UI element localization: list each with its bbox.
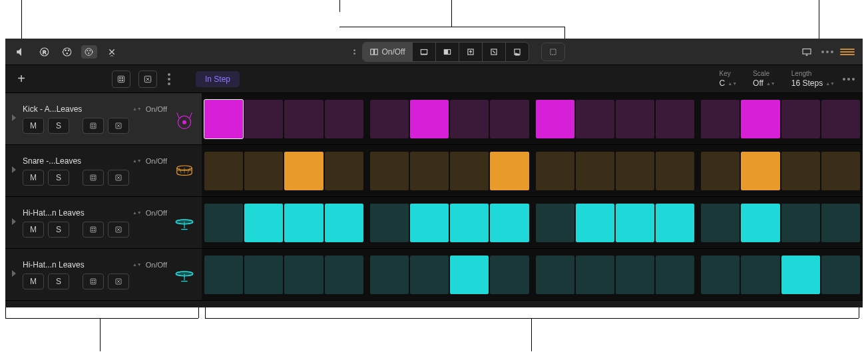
palette-route-icon[interactable] bbox=[81, 45, 97, 59]
mode-4-button[interactable] bbox=[459, 43, 483, 61]
track-updown-icon[interactable]: ▲▼ bbox=[132, 158, 142, 163]
drag-handle-icon[interactable] bbox=[840, 49, 855, 55]
step-cell[interactable] bbox=[576, 256, 614, 294]
track-dice-button[interactable] bbox=[83, 170, 104, 186]
step-cell[interactable] bbox=[781, 152, 820, 190]
step-cell[interactable] bbox=[656, 256, 694, 294]
track-onoff-label[interactable]: On/Off bbox=[146, 157, 167, 165]
in-step-button[interactable]: In Step bbox=[196, 71, 240, 87]
param-scale[interactable]: ScaleOff ▲▼ bbox=[753, 70, 775, 88]
step-cell[interactable] bbox=[616, 256, 654, 294]
dice-icon[interactable] bbox=[112, 71, 130, 88]
step-cell[interactable] bbox=[701, 152, 740, 190]
step-cell[interactable] bbox=[325, 100, 363, 138]
step-cell[interactable] bbox=[616, 152, 654, 190]
step-cell[interactable] bbox=[821, 100, 860, 138]
more-v-icon[interactable] bbox=[165, 71, 173, 88]
step-cell[interactable] bbox=[616, 100, 654, 138]
display-icon[interactable] bbox=[799, 45, 815, 59]
track-clear-button[interactable] bbox=[108, 222, 129, 238]
step-cell[interactable] bbox=[204, 256, 243, 294]
volume-icon[interactable] bbox=[13, 45, 29, 59]
param-key[interactable]: KeyC ▲▼ bbox=[720, 70, 738, 88]
route-r-icon[interactable]: R bbox=[36, 45, 52, 59]
solo-button[interactable]: S bbox=[48, 170, 69, 186]
params-more-icon[interactable] bbox=[843, 78, 855, 81]
route-palette-icon[interactable] bbox=[59, 45, 75, 59]
step-cell[interactable] bbox=[656, 100, 694, 138]
step-cell[interactable] bbox=[410, 204, 449, 242]
step-cell[interactable] bbox=[536, 256, 574, 294]
step-cell[interactable] bbox=[284, 256, 323, 294]
step-cell[interactable] bbox=[490, 204, 529, 242]
step-cell[interactable] bbox=[536, 152, 574, 190]
step-cell[interactable] bbox=[741, 152, 779, 190]
step-cell[interactable] bbox=[410, 152, 449, 190]
step-cell[interactable] bbox=[821, 152, 860, 190]
track-dice-button[interactable] bbox=[83, 273, 104, 289]
step-cell[interactable] bbox=[576, 152, 614, 190]
step-cell[interactable] bbox=[450, 256, 489, 294]
step-cell[interactable] bbox=[536, 100, 574, 138]
tiny-dots-icon[interactable] bbox=[353, 49, 355, 55]
step-cell[interactable] bbox=[450, 204, 489, 242]
solo-button[interactable]: S bbox=[48, 118, 69, 134]
step-cell[interactable] bbox=[821, 204, 860, 242]
track-clear-button[interactable] bbox=[108, 170, 129, 186]
track-onoff-label[interactable]: On/Off bbox=[146, 261, 167, 269]
disclosure-icon[interactable] bbox=[11, 165, 17, 177]
step-cell[interactable] bbox=[284, 152, 323, 190]
mode-6-button[interactable]: 8va bbox=[506, 43, 529, 61]
step-cell[interactable] bbox=[490, 100, 529, 138]
step-cell[interactable] bbox=[204, 100, 243, 138]
track-clear-button[interactable] bbox=[108, 273, 129, 289]
clear-x-icon[interactable] bbox=[138, 71, 157, 88]
mode-onoff-button[interactable]: On/Off bbox=[363, 43, 412, 61]
track-updown-icon[interactable]: ▲▼ bbox=[132, 262, 142, 267]
step-cell[interactable] bbox=[656, 204, 694, 242]
solo-button[interactable]: S bbox=[48, 222, 69, 238]
step-cell[interactable] bbox=[244, 152, 283, 190]
step-cell[interactable] bbox=[370, 204, 409, 242]
disclosure-icon[interactable] bbox=[11, 217, 17, 229]
track-updown-icon[interactable]: ▲▼ bbox=[132, 210, 142, 215]
step-cell[interactable] bbox=[576, 100, 614, 138]
mute-button[interactable]: M bbox=[23, 273, 44, 289]
step-cell[interactable] bbox=[741, 256, 779, 294]
step-cell[interactable] bbox=[490, 152, 529, 190]
step-cell[interactable] bbox=[410, 100, 449, 138]
step-cell[interactable] bbox=[204, 204, 243, 242]
step-cell[interactable] bbox=[490, 256, 529, 294]
selection-icon[interactable] bbox=[541, 43, 565, 61]
step-cell[interactable] bbox=[244, 100, 283, 138]
step-cell[interactable] bbox=[576, 204, 614, 242]
track-clear-button[interactable] bbox=[108, 118, 129, 134]
mode-3-button[interactable] bbox=[436, 43, 459, 61]
mode-5-button[interactable] bbox=[483, 43, 506, 61]
track-updown-icon[interactable]: ▲▼ bbox=[132, 106, 142, 111]
step-cell[interactable] bbox=[741, 204, 779, 242]
param-value[interactable]: C ▲▼ bbox=[720, 79, 738, 88]
disclosure-icon[interactable] bbox=[11, 269, 17, 281]
step-cell[interactable] bbox=[536, 204, 574, 242]
step-cell[interactable] bbox=[370, 152, 409, 190]
step-cell[interactable] bbox=[701, 204, 740, 242]
disclosure-icon[interactable] bbox=[11, 113, 17, 125]
step-cell[interactable] bbox=[781, 100, 820, 138]
mode-2-button[interactable] bbox=[413, 43, 436, 61]
solo-button[interactable]: S bbox=[48, 273, 69, 289]
step-cell[interactable] bbox=[204, 152, 243, 190]
x-chevron-icon[interactable] bbox=[104, 45, 120, 59]
mute-button[interactable]: M bbox=[23, 118, 44, 134]
step-cell[interactable] bbox=[244, 204, 283, 242]
step-cell[interactable] bbox=[284, 204, 323, 242]
step-cell[interactable] bbox=[741, 100, 779, 138]
step-cell[interactable] bbox=[781, 256, 820, 294]
track-dice-button[interactable] bbox=[83, 222, 104, 238]
step-cell[interactable] bbox=[701, 256, 740, 294]
step-cell[interactable] bbox=[701, 100, 740, 138]
param-length[interactable]: Length16 Steps ▲▼ bbox=[791, 70, 835, 88]
param-value[interactable]: 16 Steps ▲▼ bbox=[791, 79, 835, 88]
track-dice-button[interactable] bbox=[83, 118, 104, 134]
track-onoff-label[interactable]: On/Off bbox=[146, 105, 167, 113]
